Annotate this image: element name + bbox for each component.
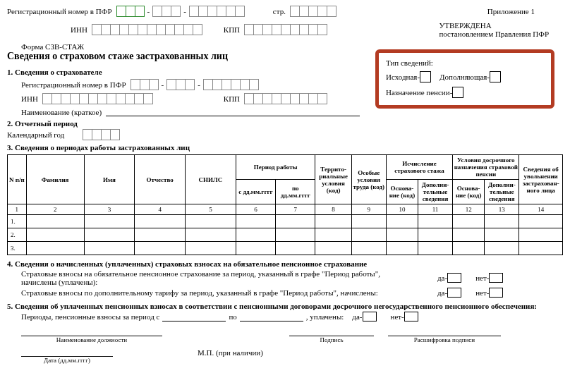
yes-label: да- — [352, 312, 362, 321]
s5-paid: , уплачены: — [306, 312, 344, 321]
section4-title: 4. Сведения о начисленных (уплаченных) с… — [7, 259, 563, 268]
decode-underlabel: Расшифровка подписи — [388, 336, 501, 343]
colnum: 3 — [84, 204, 135, 215]
s4-l2-no[interactable] — [489, 288, 503, 298]
s1-inn-cells[interactable] — [42, 93, 153, 104]
pfr-reg-label: Регистрационный номер в ПФР — [7, 7, 112, 16]
s4-l2-yes[interactable] — [447, 288, 461, 298]
colnum: 7 — [276, 204, 315, 215]
s1-reg-g2[interactable] — [166, 79, 195, 90]
colnum: 9 — [351, 204, 386, 215]
s4-line2: Страховые взносы по дополнительному тари… — [21, 288, 416, 297]
th-osn2: Основа-ние (код) — [453, 180, 485, 204]
th-uvol: Сведения об увольнении застрахован-ного … — [519, 155, 563, 204]
s4-l1-yes[interactable] — [447, 273, 461, 283]
s5-from-field[interactable] — [162, 312, 226, 321]
th-special: Особые условия труда (код) — [351, 155, 386, 204]
s2-year-label: Календарный год — [7, 130, 64, 139]
s1-reg-g3[interactable] — [203, 79, 259, 90]
opt-initial-checkbox[interactable] — [420, 71, 431, 82]
opt-pension-checkbox[interactable] — [452, 87, 463, 98]
mp-label: М.П. (при наличии) — [198, 348, 263, 357]
th-early: Условия досрочного назначения страховой … — [453, 155, 519, 180]
colnum: 14 — [519, 204, 563, 215]
s1-reg-g1[interactable] — [131, 79, 159, 90]
no-label: нет- — [391, 312, 404, 321]
s5-to-field[interactable] — [240, 312, 303, 321]
inn-label-top: ИНН — [71, 25, 87, 34]
approved-label: УТВЕРЖДЕНА — [439, 21, 549, 30]
th-otch: Отчество — [135, 155, 186, 204]
colnum: 10 — [386, 204, 418, 215]
s4-l1-no[interactable] — [489, 273, 503, 283]
table-row[interactable]: 2. — [8, 228, 27, 242]
periods-table: N п/п Фамилия Имя Отчество СНИЛС Период … — [7, 154, 563, 255]
colnum: 1 — [8, 204, 27, 215]
th-name: Имя — [84, 155, 135, 204]
colnum: 12 — [453, 204, 485, 215]
inn-cells-top[interactable] — [92, 24, 202, 35]
s1-inn-label: ИНН — [21, 94, 38, 103]
pfr-reg-group2[interactable] — [152, 6, 181, 17]
pfr-reg-group3[interactable] — [189, 6, 245, 17]
sign-underlabel: Подпись — [289, 336, 374, 343]
yes-label: да- — [437, 288, 447, 297]
th-snils: СНИЛС — [186, 155, 236, 204]
s4-line1: Страховые взносы на обязательное пенсион… — [21, 269, 416, 286]
info-type-box: Тип сведений: Исходная - Дополняющая - Н… — [375, 49, 554, 109]
colnum: 11 — [418, 204, 452, 215]
date-underlabel: Дата (дд.мм.гггг) — [21, 357, 113, 364]
colnum: 4 — [135, 204, 186, 215]
no-label: нет- — [475, 288, 489, 297]
no-label: нет- — [475, 274, 489, 282]
th-period-from: с дд.мм.гггг — [236, 180, 275, 204]
opt-pension-label: Назначение пенсии — [386, 88, 450, 97]
opt-initial-label: Исходная — [386, 73, 417, 81]
th-period: Период работы — [236, 155, 315, 180]
s1-kpp-cells[interactable] — [244, 93, 327, 104]
table-row[interactable]: 3. — [8, 242, 27, 255]
th-fam: Фамилия — [26, 155, 84, 204]
th-osn1: Основа-ние (код) — [386, 180, 418, 204]
table-row[interactable]: 1. — [8, 215, 27, 228]
pfr-reg-group1[interactable] — [116, 6, 145, 17]
kpp-cells-top[interactable] — [244, 24, 327, 35]
s1-reg-label: Регистрационный номер в ПФР — [21, 80, 126, 89]
section5-title: 5. Сведения об уплаченных пенсионных взн… — [7, 302, 563, 310]
colnum: 13 — [485, 204, 519, 215]
form-code: Форма СЗВ-СТАЖ — [21, 42, 84, 51]
yes-label: да- — [437, 274, 447, 282]
section2-title: 2. Отчетный период — [7, 119, 563, 128]
th-terr: Террито-риальные условия (код) — [315, 155, 351, 204]
s5-no[interactable] — [404, 312, 418, 321]
colnum: 6 — [236, 204, 275, 215]
s5-yes[interactable] — [363, 312, 377, 321]
th-dop1: Дополни-тельные сведения — [418, 180, 452, 204]
date-field[interactable] — [21, 348, 113, 357]
page-cells[interactable] — [290, 6, 336, 17]
approved-by-label: постановлением Правления ПФР — [439, 30, 549, 38]
th-period-to: по дд.мм.гггг — [276, 180, 315, 204]
decode-field[interactable] — [388, 327, 501, 336]
page-label: стр. — [273, 7, 286, 16]
opt-supplement-label: Дополняющая — [439, 73, 487, 81]
position-underlabel: Наименование должности — [21, 336, 162, 343]
s1-name-field[interactable] — [106, 107, 360, 116]
th-calc: Исчисление страхового стажа — [386, 155, 452, 180]
th-npp: N п/п — [8, 155, 27, 204]
sign-field[interactable] — [289, 327, 374, 336]
kpp-label-top: КПП — [224, 25, 240, 34]
opt-supplement-checkbox[interactable] — [490, 71, 501, 82]
section3-title: 3. Сведения о периодах работы застрахова… — [7, 143, 563, 152]
colnum: 5 — [186, 204, 236, 215]
s1-name-label: Наименование (краткое) — [21, 108, 102, 116]
th-dop2: Дополни-тельные сведения — [485, 180, 519, 204]
s2-year-cells[interactable] — [83, 129, 120, 140]
info-type-title: Тип сведений: — [386, 59, 544, 67]
appendix-label: Приложение 1 — [487, 7, 535, 16]
position-field[interactable] — [21, 327, 162, 336]
colnum: 2 — [26, 204, 84, 215]
s5-po: по — [229, 312, 236, 321]
colnum: 8 — [315, 204, 351, 215]
s5-period-label: Периоды, пенсионные взносы за период с — [21, 312, 159, 321]
